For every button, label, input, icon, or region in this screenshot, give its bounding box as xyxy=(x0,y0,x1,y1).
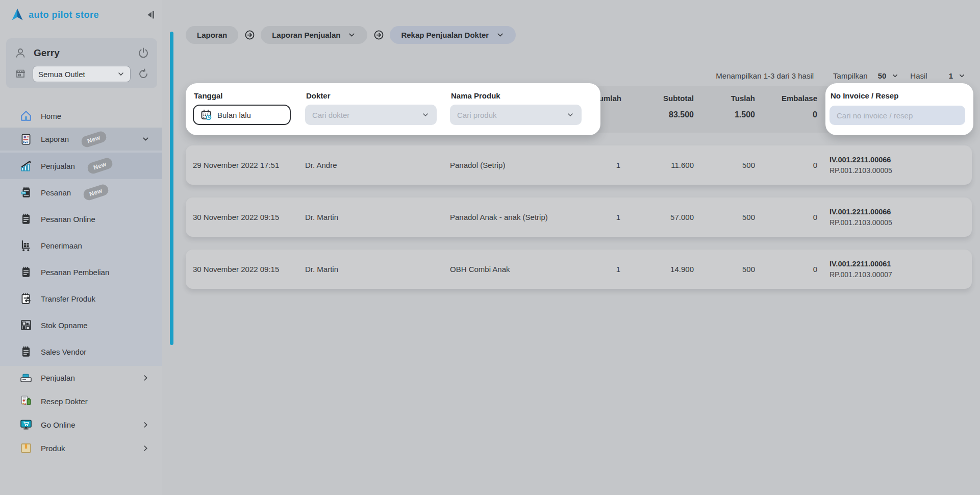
date-filter-value: Bulan lalu xyxy=(217,111,251,119)
sidebar-item-resep-dokter[interactable]: Resep Dokter xyxy=(0,389,162,413)
cell-tuslah: 500 xyxy=(697,197,755,237)
sidebar-item-label: Go Online xyxy=(41,420,76,429)
sidebar-item-transfer-produk[interactable]: Transfer Produk xyxy=(0,285,162,312)
calendar-clock-icon xyxy=(200,109,212,121)
sidebar-item-home[interactable]: Home xyxy=(0,104,162,128)
invoice-search-input[interactable] xyxy=(830,106,965,125)
transfer-pad-icon xyxy=(19,292,33,305)
cell-embalase: 0 xyxy=(758,197,817,237)
results-summary: Menampilkan 1-3 dari 3 hasil xyxy=(716,71,814,80)
cell-subtotal: 57.000 xyxy=(631,197,694,237)
sidebar-scroll-indicator[interactable] xyxy=(170,32,173,345)
sidebar-item-label: Stok Opname xyxy=(41,321,88,330)
storefront-icon xyxy=(14,68,27,80)
breadcrumb-rekap-penjualan-dokter[interactable]: Rekap Penjualan Dokter xyxy=(390,26,516,44)
collapse-sidebar-icon[interactable] xyxy=(143,8,157,22)
sidebar-item-pesanan-online[interactable]: Pesanan Online xyxy=(0,206,162,232)
sidebar-item-go-online[interactable]: Go Online xyxy=(0,413,162,436)
cell-product: Panadol Anak - anak (Setrip) xyxy=(450,197,548,237)
invoice-filter-label: No Invoice / Resep xyxy=(831,91,898,100)
breadcrumb-label: Rekap Penjualan Dokter xyxy=(401,31,489,39)
sidebar-item-pesanan[interactable]: PesananNew xyxy=(0,179,162,206)
logout-power-icon[interactable] xyxy=(137,46,150,60)
cell-date: 30 November 2022 09:15 xyxy=(193,250,279,289)
outlet-select[interactable]: Semua Outlet xyxy=(33,66,131,82)
cell-invoice: IV.001.2211.00066RP.001.2103.00005 xyxy=(830,145,892,185)
home-icon xyxy=(19,109,33,122)
product-filter-select[interactable]: Cari produk xyxy=(450,105,582,125)
invoice-filter-card: No Invoice / Resep xyxy=(825,83,973,135)
page-number-select[interactable]: 1 xyxy=(949,71,966,80)
breadcrumb-label: Laporan xyxy=(197,31,227,39)
sidebar-item-label: Pesanan Online xyxy=(41,215,95,224)
sidebar-item-label: Produk xyxy=(41,444,65,453)
breadcrumb-laporan-penjualan[interactable]: Laporan Penjualan xyxy=(261,26,367,44)
sidebar-item-stok-opname[interactable]: Stok Opname xyxy=(0,312,162,338)
cell-embalase: 0 xyxy=(758,250,817,289)
product-filter-label: Nama Produk xyxy=(451,91,500,100)
sidebar-item-label: Resep Dokter xyxy=(41,397,88,406)
sidebar-item-penjualan[interactable]: PenjualanNew xyxy=(0,153,162,179)
sidebar-item-laporan[interactable]: LaporanNew xyxy=(0,128,162,151)
cell-tuslah: 500 xyxy=(697,145,755,185)
sidebar-item-label: Sales Vendor xyxy=(41,348,86,356)
cell-invoice: IV.001.2211.00061RP.001.2103.00007 xyxy=(830,250,892,289)
table-row[interactable]: 29 November 2022 17:51Dr. AndrePanadol (… xyxy=(186,145,972,185)
notepad-icon xyxy=(19,345,33,358)
filters-card: Tanggal Bulan lalu Dokter Cari dokter Na… xyxy=(186,83,600,135)
breadcrumb-label: Laporan Penjualan xyxy=(272,31,340,39)
column-header-subtotal: Subtotal xyxy=(631,94,694,103)
cell-subtotal: 14.900 xyxy=(631,250,694,289)
sidebar-item-sales-vendor[interactable]: Sales Vendor xyxy=(0,338,162,365)
table-row[interactable]: 30 November 2022 09:15Dr. MartinOBH Comb… xyxy=(186,250,972,289)
paper-plane-logo xyxy=(10,8,24,22)
notepad-icon xyxy=(19,212,33,226)
chevron-down-icon xyxy=(958,72,966,80)
cell-jumlah: 1 xyxy=(576,250,627,289)
new-badge: New xyxy=(82,183,110,202)
chevron-down-icon xyxy=(421,111,430,119)
chevron-down-icon xyxy=(141,135,150,143)
cell-product: Panadol (Setrip) xyxy=(450,145,505,185)
new-badge: New xyxy=(86,157,114,175)
sidebar-item-label: Pesanan Pembelian xyxy=(41,268,109,277)
box-icon xyxy=(19,441,33,455)
resep-number: RP.001.2103.00005 xyxy=(830,218,892,227)
sidebar-item-label: Pesanan xyxy=(41,188,71,197)
total-embalase: 0 xyxy=(758,110,817,119)
cell-jumlah: 1 xyxy=(576,197,627,237)
show-label: Tampilkan xyxy=(833,71,868,80)
notepad-icon xyxy=(19,265,33,279)
cell-jumlah: 1 xyxy=(576,145,627,185)
doctor-filter-select[interactable]: Cari dokter xyxy=(305,105,437,125)
cell-product: OBH Combi Anak xyxy=(450,250,510,289)
user-icon xyxy=(14,47,27,59)
table-row[interactable]: 30 November 2022 09:15Dr. MartinPanadol … xyxy=(186,197,972,237)
date-filter-label: Tanggal xyxy=(194,91,222,100)
results-bar: Menampilkan 1-3 dari 3 hasil Tampilkan 5… xyxy=(716,69,966,82)
resep-number: RP.001.2103.00007 xyxy=(830,270,892,279)
order-pad-icon xyxy=(19,186,33,199)
sidebar-item-label: Laporan xyxy=(41,135,69,143)
breadcrumb-laporan[interactable]: Laporan xyxy=(186,26,238,44)
doctor-filter-label: Dokter xyxy=(306,91,331,100)
column-header-tuslah: Tuslah xyxy=(697,94,755,103)
resep-number: RP.001.2103.00005 xyxy=(830,166,892,175)
laporan-submenu: PenjualanNewPesananNewPesanan OnlinePene… xyxy=(0,151,162,366)
sidebar-item-penjualan[interactable]: Penjualan xyxy=(0,366,162,389)
sidebar-item-produk[interactable]: Produk xyxy=(0,436,162,460)
total-subtotal: 83.500 xyxy=(631,110,694,119)
sidebar-item-penerimaan[interactable]: Penerimaan xyxy=(0,232,162,259)
sidebar-item-label: Penjualan xyxy=(41,162,75,170)
sidebar-menu: HomeLaporanNewPenjualanNewPesananNewPesa… xyxy=(0,104,162,460)
refresh-icon[interactable] xyxy=(137,67,150,81)
page-size-select[interactable]: 50 xyxy=(878,71,899,80)
cell-tuslah: 500 xyxy=(697,250,755,289)
cell-doctor: Dr. Andre xyxy=(305,145,337,185)
chevron-right-icon xyxy=(141,444,150,453)
new-badge: New xyxy=(80,130,108,148)
sidebar-item-pesanan-pembelian[interactable]: Pesanan Pembelian xyxy=(0,259,162,285)
date-filter-input[interactable]: Bulan lalu xyxy=(193,105,291,125)
column-header-embalase: Embalase xyxy=(758,94,817,103)
prescription-icon xyxy=(19,394,33,408)
